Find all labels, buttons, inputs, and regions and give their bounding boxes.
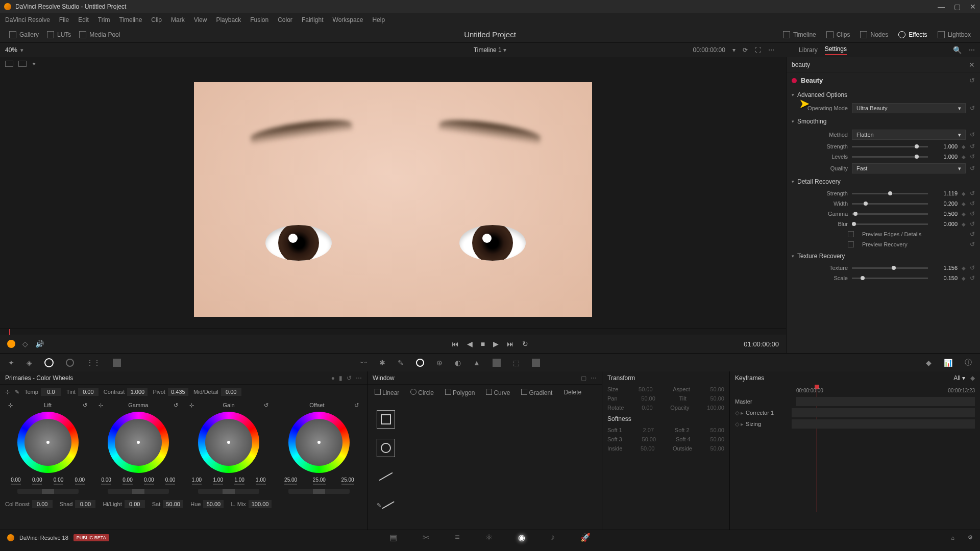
texture-slider[interactable] — [852, 267, 928, 269]
offset-master-slider[interactable] — [288, 489, 350, 494]
viewer-more-icon[interactable]: ⋯ — [768, 46, 774, 54]
window-preset-icon[interactable]: ▢ — [581, 374, 586, 382]
colboost-value[interactable]: 0.00 — [32, 500, 53, 508]
magic-wand-icon[interactable]: ✦ — [32, 61, 36, 67]
soft3-value[interactable]: 50.00 — [642, 436, 656, 442]
lift-master-slider[interactable] — [17, 489, 79, 494]
window-more-icon[interactable]: ⋯ — [591, 374, 597, 382]
blur-icon[interactable]: ▲ — [473, 359, 480, 367]
wheels-reset-icon[interactable]: ↺ — [347, 374, 352, 382]
page-media-icon[interactable]: ▤ — [389, 533, 397, 542]
fx-more-icon[interactable]: ⋯ — [969, 46, 975, 54]
reset-icon[interactable]: ↺ — [970, 231, 975, 238]
gamma-value[interactable]: 0.500 — [932, 211, 958, 217]
keyframe-add-icon[interactable]: ◆ — [970, 374, 975, 382]
menu-trim[interactable]: Trim — [98, 16, 110, 23]
soft4-value[interactable]: 50.00 — [710, 436, 724, 442]
chevron-down-icon[interactable]: ▾ — [792, 254, 794, 259]
window-palette-icon[interactable] — [416, 359, 424, 367]
step-back-button[interactable]: ◀ — [467, 340, 473, 348]
levels-slider[interactable] — [852, 156, 928, 158]
wheels-icon[interactable] — [44, 358, 54, 367]
menu-fairlight[interactable]: Fairlight — [302, 16, 324, 23]
wheels-more-icon[interactable]: ⋯ — [356, 374, 362, 382]
reset-icon[interactable]: ↺ — [970, 131, 975, 138]
bypass-icon[interactable]: ⟳ — [743, 46, 748, 54]
lmix-value[interactable]: 100.00 — [249, 500, 272, 508]
master-lane[interactable] — [796, 397, 975, 406]
page-edit-icon[interactable]: ≡ — [455, 533, 459, 542]
menu-workspace[interactable]: Workspace — [333, 16, 363, 23]
gallery-button[interactable]: Gallery — [5, 29, 43, 40]
hue-value[interactable]: 50.00 — [203, 500, 224, 508]
shape-delete[interactable]: Delete — [564, 389, 581, 396]
auto-balance-icon[interactable]: ✎ — [15, 389, 19, 395]
strength-slider[interactable] — [852, 146, 928, 147]
gain-reset-icon[interactable]: ↺ — [264, 402, 268, 409]
operating-mode-select[interactable]: Ultra Beauty▾ — [852, 103, 966, 113]
timeline-name[interactable]: Timeline 1 — [474, 46, 502, 54]
soft2-value[interactable]: 50.00 — [710, 427, 724, 433]
fx-enable-toggle[interactable] — [792, 78, 797, 83]
window-item-pen[interactable]: ✎ — [373, 491, 597, 519]
preview-edges-checkbox[interactable] — [848, 231, 854, 237]
gamma-master-slider[interactable] — [108, 489, 169, 494]
picker-icon[interactable]: ⊹ — [5, 389, 10, 395]
chevron-down-icon[interactable]: ▾ — [792, 119, 794, 124]
section-smoothing[interactable]: Smoothing — [797, 118, 826, 125]
temp-value[interactable]: 0.0 — [41, 388, 61, 396]
keyframe-icon[interactable]: ◆ — [962, 265, 966, 271]
effects-search-input[interactable] — [792, 61, 969, 68]
method-select[interactable]: Flatten▾ — [852, 130, 966, 140]
motion-icon[interactable] — [113, 359, 121, 367]
reset-icon[interactable]: ↺ — [970, 241, 975, 248]
luts-button[interactable]: LUTs — [43, 29, 75, 40]
rgb-mixer-icon[interactable]: ⋮⋮ — [86, 359, 101, 367]
menu-view[interactable]: View — [194, 16, 207, 23]
gain-wheel[interactable] — [198, 412, 259, 473]
settings-gear-icon[interactable]: ⚙ — [968, 534, 973, 541]
keyframe-icon[interactable]: ◆ — [962, 191, 966, 196]
menu-color[interactable]: Color — [278, 16, 292, 23]
lift-picker-icon[interactable]: ⊹ — [8, 402, 13, 409]
viewer-timecode[interactable]: 00:00:00:00 — [693, 46, 725, 54]
size-value[interactable]: 50.00 — [639, 386, 653, 392]
page-fairlight-icon[interactable]: ♪ — [551, 533, 555, 542]
tracker-icon[interactable]: ⊕ — [436, 359, 443, 367]
search-icon[interactable]: 🔍 — [953, 46, 962, 54]
section-advanced[interactable]: Advanced Options — [797, 91, 847, 98]
blur-value[interactable]: 0.000 — [932, 221, 958, 227]
outside-value[interactable]: 50.00 — [710, 445, 724, 452]
track-corrector[interactable]: Corrector 1 — [746, 410, 792, 416]
contrast-value[interactable]: 1.000 — [127, 388, 148, 396]
gain-master-slider[interactable] — [198, 489, 259, 494]
page-cut-icon[interactable]: ✂ — [423, 533, 429, 542]
home-icon[interactable]: ⌂ — [951, 535, 954, 541]
blur-slider[interactable] — [852, 223, 928, 225]
chevron-down-icon[interactable]: ▾ — [792, 92, 794, 97]
pivot-value[interactable]: 0.435 — [168, 388, 188, 396]
close-icon[interactable]: ✕ — [970, 3, 976, 11]
mediapool-button[interactable]: Media Pool — [75, 29, 124, 40]
reset-icon[interactable]: ↺ — [970, 210, 975, 217]
reset-icon[interactable]: ↺ — [970, 220, 975, 228]
scale-slider[interactable] — [852, 278, 928, 279]
gain-picker-icon[interactable]: ⊹ — [189, 402, 194, 409]
strength-value[interactable]: 1.000 — [932, 143, 958, 149]
reset-icon[interactable]: ↺ — [970, 274, 975, 282]
shape-circle[interactable]: Circle — [410, 389, 434, 396]
qualifier-icon[interactable]: ◈ — [27, 359, 32, 367]
scale-value[interactable]: 0.150 — [932, 275, 958, 281]
view-mode-icon-2[interactable] — [18, 61, 27, 67]
prev-clip-button[interactable]: ⏮ — [452, 340, 459, 348]
scopes-icon[interactable]: 📊 — [944, 359, 952, 367]
play-button[interactable]: ▶ — [493, 340, 499, 348]
clips-button[interactable]: Clips — [822, 29, 854, 40]
lightbox-button[interactable]: Lightbox — [934, 29, 975, 40]
menu-mark[interactable]: Mark — [171, 16, 185, 23]
keyframe-icon[interactable]: ◆ — [962, 276, 966, 281]
viewer[interactable] — [0, 70, 786, 329]
sizing-lane[interactable] — [792, 419, 975, 429]
hilight-value[interactable]: 0.00 — [125, 500, 145, 508]
section-detail[interactable]: Detail Recovery — [797, 178, 841, 185]
